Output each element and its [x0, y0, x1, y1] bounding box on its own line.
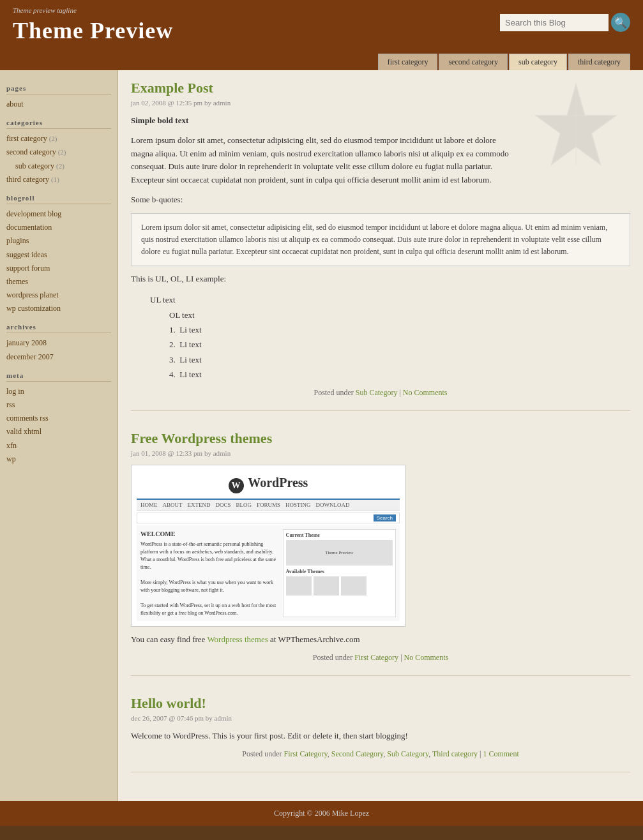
sidebar-meta-rss[interactable]: rss: [6, 398, 111, 412]
sidebar-blogroll-themes[interactable]: themes: [6, 275, 111, 289]
post1-li4: 4. Li text: [169, 367, 630, 382]
page-wrapper: pages about categories first category (2…: [0, 70, 643, 801]
post1-category-link[interactable]: Sub Category: [356, 388, 398, 397]
search-input[interactable]: [500, 14, 609, 31]
sidebar-blogroll-title: blogroll: [6, 194, 111, 204]
post2-paragraph: You can easy find free Wordpress themes …: [131, 633, 630, 647]
wordpress-screenshot: W WordPress HOME ABOUT EXTEND DOCS BLOG …: [131, 465, 405, 626]
post1-li2: 2. Li text: [169, 337, 630, 352]
sidebar-blogroll-wpcustom[interactable]: wp customization: [6, 302, 111, 315]
post3-title: Hello world!: [131, 695, 630, 712]
tab-second-category[interactable]: second category: [439, 54, 508, 70]
tab-third-category[interactable]: third category: [568, 54, 630, 70]
post1-list-label: This is UL, OL, LI example:: [131, 273, 630, 286]
post1-li3: 3. Li text: [169, 352, 630, 367]
post3-meta: dec 26, 2007 @ 07:46 pm by admin: [131, 714, 630, 722]
post2-meta: jan 01, 2008 @ 12:33 pm by admin: [131, 449, 630, 457]
post3-cat-sub[interactable]: Sub Category: [387, 749, 428, 758]
wp-logo-icon: W: [229, 478, 244, 493]
post2-category-link[interactable]: First Category: [354, 653, 398, 662]
post3-cat-second[interactable]: Second Category: [331, 749, 384, 758]
site-header: Theme preview tagline Theme Preview 🔍 fi…: [0, 0, 643, 70]
post3-cat-third[interactable]: Third category: [432, 749, 478, 758]
post1-bquotes-label: Some b-quotes:: [131, 193, 630, 207]
decorative-star: [522, 80, 630, 169]
post2-wp-link[interactable]: Wordpress themes: [207, 634, 268, 644]
site-footer: Copyright © 2006 Mike Lopez: [0, 801, 643, 826]
sidebar-archives-title: archives: [6, 323, 111, 333]
sidebar-cat-first[interactable]: first category (2): [6, 132, 111, 146]
sidebar-meta-login[interactable]: log in: [6, 385, 111, 398]
post1-ol-text: OL text: [169, 308, 630, 322]
wp-search-btn[interactable]: Search: [374, 514, 396, 521]
post2-footer: Posted under First Category | No Comment…: [131, 653, 630, 663]
post3-comments-link[interactable]: 1 Comment: [483, 749, 518, 758]
post2-content: You can easy find free Wordpress themes …: [131, 633, 630, 647]
post3-content: Welcome to WordPress. This is your first…: [131, 730, 630, 743]
sidebar-archive-jan08[interactable]: january 2008: [6, 336, 111, 350]
post-example: Example Post jan 02, 2008 @ 12:35 pm by …: [131, 80, 630, 411]
post1-li1: 1. Li text: [169, 322, 630, 337]
sidebar-blogroll-support[interactable]: support forum: [6, 262, 111, 275]
sidebar-blogroll-dev[interactable]: development blog: [6, 207, 111, 221]
nav-tabs: first category second category sub categ…: [13, 50, 630, 70]
post2-comments-link[interactable]: No Comments: [404, 653, 449, 662]
post1-blockquote: Lorem ipsum dolor sit amet, consectetur …: [131, 213, 630, 267]
search-button[interactable]: 🔍: [611, 13, 630, 32]
post3-footer: Posted under First Category, Second Cate…: [131, 749, 630, 759]
sidebar-blogroll-suggest[interactable]: suggest ideas: [6, 248, 111, 262]
post1-list: UL text OL text 1. Li text 2. Li text 3.…: [150, 292, 630, 382]
sidebar-item-about[interactable]: about: [6, 98, 111, 111]
sidebar: pages about categories first category (2…: [0, 70, 118, 801]
sidebar-categories-title: categories: [6, 119, 111, 129]
search-area: 🔍: [500, 13, 630, 32]
sidebar-meta-xfn[interactable]: xfn: [6, 439, 111, 453]
sidebar-meta-xhtml[interactable]: valid xhtml: [6, 425, 111, 439]
main-content: Example Post jan 02, 2008 @ 12:35 pm by …: [118, 70, 643, 801]
sidebar-blogroll-wpplanet[interactable]: wordpress planet: [6, 289, 111, 302]
post3-cat-first[interactable]: First Category: [284, 749, 328, 758]
sidebar-meta-wp[interactable]: wp: [6, 453, 111, 466]
tab-sub-category[interactable]: sub category: [509, 54, 567, 70]
sidebar-blogroll-docs[interactable]: documentation: [6, 221, 111, 234]
sidebar-cat-sub[interactable]: sub category (2): [6, 160, 111, 173]
sidebar-cat-second[interactable]: second category (2): [6, 146, 111, 159]
post1-footer: Posted under Sub Category | No Comments: [131, 388, 630, 398]
sidebar-meta-title: meta: [6, 371, 111, 382]
post3-paragraph: Welcome to WordPress. This is your first…: [131, 730, 630, 743]
post1-comments-link[interactable]: No Comments: [403, 388, 448, 397]
sidebar-pages-title: pages: [6, 84, 111, 94]
post-hello-world: Hello world! dec 26, 2007 @ 07:46 pm by …: [131, 695, 630, 772]
tab-first-category[interactable]: first category: [378, 54, 438, 70]
post-wordpress-themes: Free Wordpress themes jan 01, 2008 @ 12:…: [131, 430, 630, 675]
post2-title: Free Wordpress themes: [131, 430, 630, 447]
sidebar-archive-dec07[interactable]: december 2007: [6, 350, 111, 364]
sidebar-blogroll-plugins[interactable]: plugins: [6, 234, 111, 248]
sidebar-meta-comments-rss[interactable]: comments rss: [6, 412, 111, 425]
post1-ul-text: UL text: [150, 292, 630, 307]
footer-copyright: Copyright © 2006 Mike Lopez: [274, 809, 369, 818]
sidebar-cat-third[interactable]: third category (1): [6, 173, 111, 186]
